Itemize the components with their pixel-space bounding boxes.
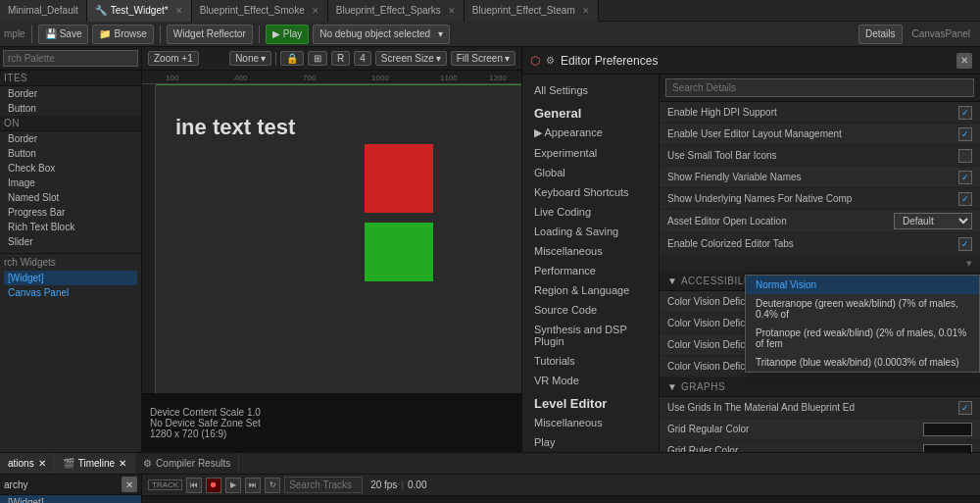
widget-reflector-button[interactable]: Widget Reflector [167, 25, 253, 44]
tab-label: Timeline [78, 458, 115, 469]
save-button[interactable]: 💾 Save [38, 25, 89, 44]
nav-live-coding[interactable]: Live Coding [522, 202, 659, 222]
panel-item-border-2[interactable]: Border [0, 131, 141, 146]
tab-blueprint-smoke[interactable]: Blueprint_Effect_Smoke ✕ [192, 0, 328, 22]
panel-item-checkbox[interactable]: Check Box [0, 161, 141, 176]
none-label: None [235, 53, 259, 64]
nav-le-miscellaneous[interactable]: Miscellaneous [522, 413, 659, 432]
close-icon[interactable]: ✕ [448, 6, 456, 16]
nav-tutorials[interactable]: Tutorials [522, 351, 659, 371]
close-icon[interactable]: ✕ [38, 458, 46, 469]
color-swatch[interactable] [923, 423, 972, 436]
track-search-input[interactable] [284, 477, 363, 493]
close-icon[interactable]: ✕ [582, 6, 590, 16]
setting-checkbox[interactable] [958, 149, 972, 163]
pref-search-input[interactable] [665, 78, 974, 97]
r-button[interactable]: R [331, 51, 350, 66]
dropdown-option-tritanope[interactable]: Tritanope (blue weak/bind) (0.0003% of m… [746, 353, 979, 372]
nav-global[interactable]: Global [522, 163, 659, 182]
close-icon[interactable]: ✕ [175, 6, 183, 16]
num-button[interactable]: 4 [354, 51, 371, 66]
tab-blueprint-steam[interactable]: Blueprint_Effect_Steam ✕ [465, 0, 599, 22]
debug-selector[interactable]: No debug object selected ▾ [313, 25, 450, 44]
left-panel: ITES Border Button ON Border Button Chec… [0, 47, 142, 452]
screen-size-button[interactable]: Screen Size ▾ [375, 51, 447, 66]
nav-loading-saving[interactable]: Loading & Saving [522, 222, 659, 241]
next-button[interactable]: ⏭ [245, 478, 261, 493]
ruler-vertical [142, 84, 156, 395]
nav-source-code[interactable]: Source Code [522, 300, 659, 320]
tab-icon: ⚙ [143, 458, 152, 469]
nav-miscellaneous[interactable]: Miscellaneous [522, 241, 659, 261]
fps-label: 20 fps [370, 479, 397, 490]
setting-checkbox[interactable] [958, 171, 972, 184]
pref-title: Editor Preferences [561, 54, 951, 68]
design-canvas[interactable]: ine text test [156, 85, 521, 395]
zoom-button[interactable]: Zoom +1 [148, 51, 199, 66]
panel-item-rich-text[interactable]: Rich Text Block [0, 220, 141, 234]
palette-search-input[interactable] [3, 50, 138, 67]
view-button[interactable]: ⊞ [308, 51, 327, 66]
setting-checkbox[interactable] [958, 127, 972, 141]
browse-button[interactable]: 📁 Browse [92, 25, 153, 44]
red-rectangle[interactable] [365, 144, 433, 213]
asset-editor-select[interactable]: Default [894, 213, 972, 229]
chevron-down-icon: ▾ [505, 53, 510, 64]
separator [259, 25, 260, 43]
canvas-panel-label: CanvasPanel [906, 28, 976, 39]
hierarchy-close[interactable]: ✕ [122, 477, 137, 492]
tab-timeline[interactable]: 🎬 Timeline ✕ [55, 453, 135, 475]
nav-vr-mode[interactable]: VR Mode [522, 371, 659, 390]
close-icon[interactable]: ✕ [312, 6, 319, 16]
panel-item-progress-bar[interactable]: Progress Bar [0, 205, 141, 220]
tab-minimal-default[interactable]: Minimal_Default [0, 0, 87, 22]
tab-animations[interactable]: ations ✕ [0, 453, 55, 475]
none-button[interactable]: None ▾ [229, 51, 271, 66]
record-button[interactable]: ⏺ [206, 478, 221, 493]
dropdown-option-protanope[interactable]: Protanope (red weak/blind) (2% of males,… [746, 324, 979, 353]
nav-region-language[interactable]: Region & Language [522, 280, 659, 300]
tab-compiler-results[interactable]: ⚙ Compiler Results [135, 453, 239, 475]
nav-le-play[interactable]: Play [522, 432, 659, 452]
close-button[interactable]: ✕ [956, 53, 972, 69]
nav-keyboard-shortcuts[interactable]: Keyboard Shortcuts [522, 182, 659, 202]
setting-checkbox[interactable] [958, 106, 972, 120]
panel-item-button-1[interactable]: Button [0, 101, 141, 116]
widget-item-selected[interactable]: [Widget] [4, 271, 137, 285]
play-label: Play [283, 28, 302, 39]
color-swatch[interactable] [923, 444, 972, 453]
nav-all-settings[interactable]: All Settings [522, 80, 659, 100]
viewport-info: Device Content Scale 1.0 No Device Safe … [142, 393, 521, 452]
nav-performance[interactable]: Performance [522, 261, 659, 280]
setting-checkbox[interactable] [958, 237, 972, 251]
green-rectangle[interactable] [365, 223, 433, 281]
dropdown-option-normal[interactable]: Normal Vision [746, 276, 979, 294]
prev-button[interactable]: ⏮ [186, 478, 202, 493]
setting-checkbox[interactable] [958, 192, 972, 206]
lock-button[interactable]: 🔒 [280, 51, 304, 66]
fill-screen-button[interactable]: Fill Screen ▾ [451, 51, 515, 66]
dropdown-option-deuteranope[interactable]: Deuteranope (green weak/blind) (7% of ma… [746, 294, 979, 324]
loop-button[interactable]: ↻ [265, 478, 280, 493]
panel-item-image[interactable]: Image [0, 176, 141, 190]
panel-item-border-1[interactable]: Border [0, 86, 141, 101]
tab-test-widget[interactable]: 🔧 Test_Widget* ✕ [87, 0, 192, 22]
canvas-panel-widget[interactable]: Canvas Panel [4, 285, 137, 300]
nav-synthesis[interactable]: Synthesis and DSP Plugin [522, 320, 659, 351]
panel-item-named-slot[interactable]: Named Slot [0, 190, 141, 205]
setting-checkbox[interactable] [958, 401, 972, 415]
close-icon[interactable]: ✕ [119, 458, 126, 469]
hier-widget[interactable]: [Widget] [0, 495, 141, 503]
panel-item-button-2[interactable]: Button [0, 146, 141, 161]
details-button[interactable]: Details [858, 25, 903, 44]
panel-item-slider[interactable]: Slider [0, 234, 141, 249]
play-button[interactable]: ▶ Play [266, 25, 309, 44]
nav-appearance[interactable]: ▶ Appearance [522, 123, 659, 143]
tab-blueprint-sparks[interactable]: Blueprint_Effect_Sparks ✕ [328, 0, 465, 22]
play-button[interactable]: ▶ [225, 478, 241, 493]
time-sep: | [401, 479, 404, 490]
widget-reflector-label: Widget Reflector [173, 28, 246, 39]
nav-experimental[interactable]: Experimental [522, 143, 659, 163]
time-value: 0.00 [408, 479, 426, 490]
pref-content: Enable High DPI Support Enable User Edit… [660, 75, 980, 452]
